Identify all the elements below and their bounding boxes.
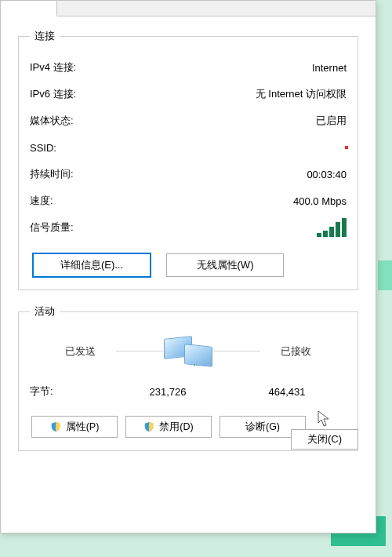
- media-label: 媒体状态:: [30, 114, 74, 128]
- details-button[interactable]: 详细信息(E)...: [33, 253, 151, 277]
- row-speed: 速度: 400.0 Mbps: [30, 187, 347, 214]
- bytes-label: 字节:: [30, 384, 108, 399]
- disable-button-label: 禁用(D): [159, 420, 193, 434]
- shield-icon: [50, 421, 61, 432]
- bytes-row: 字节: 231,726 464,431: [30, 384, 347, 399]
- tab-strip: [1, 1, 376, 16]
- bytes-sent-value: 231,726: [108, 386, 227, 398]
- wifi-status-dialog: 连接 IPv4 连接: Internet IPv6 连接: 无 Internet…: [0, 0, 376, 533]
- ipv4-value: Internet: [312, 62, 347, 74]
- received-label: 已接收: [245, 344, 347, 359]
- properties-button-label: 属性(P): [66, 420, 100, 434]
- signal-bars-icon: [317, 218, 347, 237]
- background-partial-button: [378, 260, 392, 290]
- bytes-received-value: 464,431: [227, 386, 347, 398]
- network-activity-icon: [164, 334, 212, 369]
- activity-header: 已发送 已接收: [30, 329, 347, 373]
- cursor-icon: [318, 410, 332, 428]
- activity-legend: 活动: [30, 304, 60, 319]
- row-media: 媒体状态: 已启用: [30, 107, 347, 134]
- properties-button[interactable]: 属性(P): [31, 416, 118, 438]
- ssid-label: SSID:: [30, 142, 56, 154]
- row-signal: 信号质量:: [30, 214, 347, 241]
- diagnose-button-label: 诊断(G): [245, 420, 280, 434]
- shield-icon: [143, 421, 154, 432]
- row-ssid: SSID:: [30, 134, 347, 161]
- row-ipv6: IPv6 连接: 无 Internet 访问权限: [30, 81, 347, 107]
- ipv4-label: IPv4 连接:: [30, 60, 76, 75]
- connection-legend: 连接: [30, 29, 60, 43]
- speed-value: 400.0 Mbps: [293, 195, 347, 207]
- close-button[interactable]: 关闭(C): [291, 429, 358, 450]
- ipv6-label: IPv6 连接:: [30, 87, 76, 101]
- tab-general[interactable]: [1, 1, 57, 16]
- duration-value: 00:03:40: [307, 169, 347, 180]
- signal-label: 信号质量:: [30, 220, 74, 235]
- media-value: 已启用: [316, 114, 347, 128]
- wireless-properties-button[interactable]: 无线属性(W): [166, 253, 284, 277]
- connection-group: 连接 IPv4 连接: Internet IPv6 连接: 无 Internet…: [18, 29, 358, 290]
- speed-label: 速度:: [30, 194, 53, 208]
- duration-label: 持续时间:: [30, 167, 74, 181]
- disable-button[interactable]: 禁用(D): [125, 416, 212, 438]
- row-duration: 持续时间: 00:03:40: [30, 161, 347, 187]
- ipv6-value: 无 Internet 访问权限: [256, 87, 347, 101]
- row-ipv4: IPv4 连接: Internet: [30, 54, 347, 81]
